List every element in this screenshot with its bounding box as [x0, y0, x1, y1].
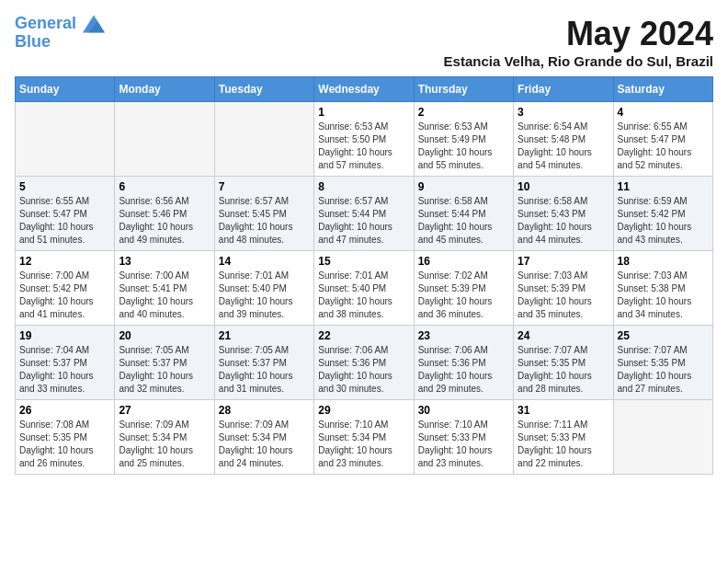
logo-icon	[83, 15, 105, 33]
logo: General Blue	[15, 15, 105, 52]
cell-date-number: 21	[219, 329, 310, 342]
calendar-cell: 19Sunrise: 7:04 AMSunset: 5:37 PMDayligh…	[16, 326, 115, 400]
cell-info-text: Sunrise: 7:09 AMSunset: 5:34 PMDaylight:…	[219, 419, 310, 470]
cell-info-text: Sunrise: 7:09 AMSunset: 5:34 PMDaylight:…	[119, 419, 210, 470]
cell-info-text: Sunrise: 6:55 AMSunset: 5:47 PMDaylight:…	[618, 121, 709, 172]
calendar-cell: 14Sunrise: 7:01 AMSunset: 5:40 PMDayligh…	[214, 251, 313, 326]
week-row-4: 19Sunrise: 7:04 AMSunset: 5:37 PMDayligh…	[16, 326, 713, 400]
calendar-cell: 22Sunrise: 7:06 AMSunset: 5:36 PMDayligh…	[314, 326, 414, 400]
logo-blue: Blue	[15, 32, 51, 51]
cell-date-number: 30	[418, 404, 509, 417]
calendar-cell	[613, 400, 712, 475]
calendar-cell: 3Sunrise: 6:54 AMSunset: 5:48 PMDaylight…	[514, 102, 613, 177]
calendar-cell: 4Sunrise: 6:55 AMSunset: 5:47 PMDaylight…	[613, 102, 712, 177]
cell-info-text: Sunrise: 6:58 AMSunset: 5:44 PMDaylight:…	[418, 195, 509, 247]
cell-info-text: Sunrise: 6:54 AMSunset: 5:48 PMDaylight:…	[518, 121, 609, 172]
cell-date-number: 6	[119, 180, 210, 193]
cell-date-number: 19	[19, 329, 110, 342]
cell-date-number: 26	[19, 404, 110, 417]
calendar-table: SundayMondayTuesdayWednesdayThursdayFrid…	[15, 76, 713, 475]
cell-date-number: 2	[418, 106, 509, 119]
week-row-1: 1Sunrise: 6:53 AMSunset: 5:50 PMDaylight…	[16, 102, 713, 177]
header: General Blue May 2024 Estancia Velha, Ri…	[15, 15, 713, 69]
calendar-cell: 29Sunrise: 7:10 AMSunset: 5:34 PMDayligh…	[314, 400, 414, 475]
calendar-cell	[214, 102, 313, 177]
cell-info-text: Sunrise: 7:01 AMSunset: 5:40 PMDaylight:…	[219, 270, 310, 321]
calendar-cell: 25Sunrise: 7:07 AMSunset: 5:35 PMDayligh…	[613, 326, 712, 400]
calendar-cell: 18Sunrise: 7:03 AMSunset: 5:38 PMDayligh…	[613, 251, 712, 326]
cell-date-number: 28	[219, 404, 310, 417]
cell-date-number: 9	[418, 180, 509, 193]
day-header-sunday: Sunday	[16, 77, 115, 102]
calendar-cell: 5Sunrise: 6:55 AMSunset: 5:47 PMDaylight…	[16, 177, 115, 251]
day-header-wednesday: Wednesday	[314, 77, 414, 102]
calendar-cell: 17Sunrise: 7:03 AMSunset: 5:39 PMDayligh…	[514, 251, 613, 326]
calendar-cell: 6Sunrise: 6:56 AMSunset: 5:46 PMDaylight…	[115, 177, 214, 251]
cell-date-number: 23	[418, 329, 509, 342]
cell-info-text: Sunrise: 7:10 AMSunset: 5:33 PMDaylight:…	[418, 419, 509, 470]
cell-info-text: Sunrise: 7:03 AMSunset: 5:39 PMDaylight:…	[518, 270, 609, 321]
cell-date-number: 5	[19, 180, 110, 193]
cell-date-number: 24	[518, 329, 609, 342]
cell-info-text: Sunrise: 6:59 AMSunset: 5:42 PMDaylight:…	[618, 195, 709, 247]
calendar-cell: 7Sunrise: 6:57 AMSunset: 5:45 PMDaylight…	[214, 177, 313, 251]
cell-date-number: 31	[518, 404, 609, 417]
calendar-cell: 24Sunrise: 7:07 AMSunset: 5:35 PMDayligh…	[514, 326, 613, 400]
cell-info-text: Sunrise: 6:57 AMSunset: 5:44 PMDaylight:…	[318, 195, 409, 247]
cell-date-number: 1	[318, 106, 409, 119]
calendar-cell	[16, 102, 115, 177]
cell-info-text: Sunrise: 6:53 AMSunset: 5:50 PMDaylight:…	[318, 121, 409, 172]
cell-date-number: 18	[618, 255, 709, 268]
logo-general: General	[15, 14, 76, 32]
calendar-cell: 28Sunrise: 7:09 AMSunset: 5:34 PMDayligh…	[214, 400, 313, 475]
cell-date-number: 14	[219, 255, 310, 268]
cell-date-number: 17	[518, 255, 609, 268]
cell-date-number: 8	[318, 180, 409, 193]
calendar-cell: 23Sunrise: 7:06 AMSunset: 5:36 PMDayligh…	[414, 326, 513, 400]
cell-info-text: Sunrise: 7:11 AMSunset: 5:33 PMDaylight:…	[518, 419, 609, 470]
day-header-tuesday: Tuesday	[214, 77, 313, 102]
cell-date-number: 16	[418, 255, 509, 268]
week-row-3: 12Sunrise: 7:00 AMSunset: 5:42 PMDayligh…	[16, 251, 713, 326]
cell-info-text: Sunrise: 6:53 AMSunset: 5:49 PMDaylight:…	[418, 121, 509, 172]
cell-info-text: Sunrise: 7:10 AMSunset: 5:34 PMDaylight:…	[318, 419, 409, 470]
calendar-cell: 1Sunrise: 6:53 AMSunset: 5:50 PMDaylight…	[314, 102, 414, 177]
cell-date-number: 20	[119, 329, 210, 342]
cell-date-number: 22	[318, 329, 409, 342]
cell-date-number: 25	[618, 329, 709, 342]
cell-info-text: Sunrise: 7:00 AMSunset: 5:41 PMDaylight:…	[119, 270, 210, 321]
cell-date-number: 4	[618, 106, 709, 119]
calendar-cell	[115, 102, 214, 177]
cell-date-number: 12	[19, 255, 110, 268]
calendar-cell: 15Sunrise: 7:01 AMSunset: 5:40 PMDayligh…	[314, 251, 414, 326]
cell-date-number: 29	[318, 404, 409, 417]
cell-date-number: 13	[119, 255, 210, 268]
day-header-friday: Friday	[514, 77, 613, 102]
cell-info-text: Sunrise: 7:05 AMSunset: 5:37 PMDaylight:…	[119, 344, 210, 396]
cell-info-text: Sunrise: 7:02 AMSunset: 5:39 PMDaylight:…	[418, 270, 509, 321]
day-header-saturday: Saturday	[613, 77, 712, 102]
cell-info-text: Sunrise: 7:07 AMSunset: 5:35 PMDaylight:…	[618, 344, 709, 396]
calendar-cell: 11Sunrise: 6:59 AMSunset: 5:42 PMDayligh…	[613, 177, 712, 251]
cell-date-number: 3	[518, 106, 609, 119]
calendar-cell: 13Sunrise: 7:00 AMSunset: 5:41 PMDayligh…	[115, 251, 214, 326]
cell-info-text: Sunrise: 6:57 AMSunset: 5:45 PMDaylight:…	[219, 195, 310, 247]
week-row-5: 26Sunrise: 7:08 AMSunset: 5:35 PMDayligh…	[16, 400, 713, 475]
cell-info-text: Sunrise: 7:00 AMSunset: 5:42 PMDaylight:…	[19, 270, 110, 321]
calendar-cell: 20Sunrise: 7:05 AMSunset: 5:37 PMDayligh…	[115, 326, 214, 400]
cell-date-number: 15	[318, 255, 409, 268]
days-header-row: SundayMondayTuesdayWednesdayThursdayFrid…	[16, 77, 713, 102]
cell-info-text: Sunrise: 6:58 AMSunset: 5:43 PMDaylight:…	[518, 195, 609, 247]
day-header-monday: Monday	[115, 77, 214, 102]
location: Estancia Velha, Rio Grande do Sul, Brazi…	[444, 53, 713, 69]
calendar-cell: 30Sunrise: 7:10 AMSunset: 5:33 PMDayligh…	[414, 400, 513, 475]
cell-info-text: Sunrise: 7:04 AMSunset: 5:37 PMDaylight:…	[19, 344, 110, 396]
calendar-cell: 8Sunrise: 6:57 AMSunset: 5:44 PMDaylight…	[314, 177, 414, 251]
cell-date-number: 10	[518, 180, 609, 193]
calendar-cell: 31Sunrise: 7:11 AMSunset: 5:33 PMDayligh…	[514, 400, 613, 475]
title-area: May 2024 Estancia Velha, Rio Grande do S…	[444, 15, 713, 69]
calendar-cell: 12Sunrise: 7:00 AMSunset: 5:42 PMDayligh…	[16, 251, 115, 326]
cell-info-text: Sunrise: 6:56 AMSunset: 5:46 PMDaylight:…	[119, 195, 210, 247]
week-row-2: 5Sunrise: 6:55 AMSunset: 5:47 PMDaylight…	[16, 177, 713, 251]
calendar-cell: 10Sunrise: 6:58 AMSunset: 5:43 PMDayligh…	[514, 177, 613, 251]
